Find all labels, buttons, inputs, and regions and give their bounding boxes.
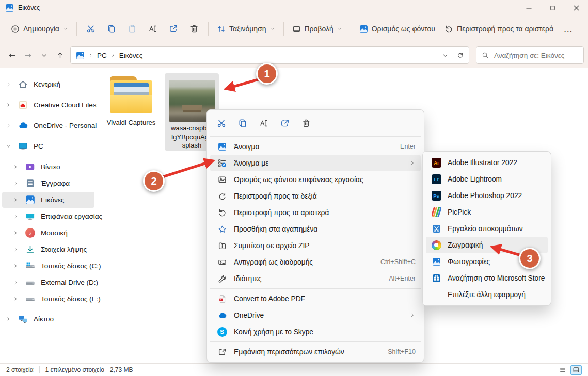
folder-vivaldi-captures[interactable]: Vivaldi Captures (105, 75, 157, 127)
delete-button[interactable] (184, 20, 204, 38)
sidebar-item-videos[interactable]: Βίντεο (2, 159, 94, 175)
ctx-delete-button[interactable] (296, 115, 316, 132)
annotation-badge-1: 1 (256, 63, 278, 85)
menu-item-rotate-left[interactable]: Περιστροφή προς τα αριστερά (210, 204, 421, 221)
ctx-copy-button[interactable] (233, 115, 252, 132)
menu-item-share-skype[interactable]: S Κοινή χρήση με το Skype (210, 323, 421, 340)
item-count: 2 στοιχεία (6, 366, 34, 373)
paste-button[interactable] (122, 20, 142, 38)
annotation-badge-3: 3 (519, 248, 541, 269)
arrow-left-icon (8, 52, 16, 59)
rename-button[interactable] (142, 20, 163, 38)
toolbar-separator (283, 22, 284, 36)
submenu-item-photoshop[interactable]: Ps Adobe Photoshop 2022 (426, 187, 548, 204)
sidebar-item-pc[interactable]: PC (2, 138, 94, 154)
breadcrumb[interactable]: PC Εικόνες (70, 46, 469, 64)
menu-item-onedrive[interactable]: OneDrive (210, 307, 421, 323)
sidebar-item-onedrive[interactable]: OneDrive - Personal (2, 118, 94, 134)
folder-name: Vivaldi Captures (105, 119, 157, 127)
submenu-item-search-store[interactable]: Αναζήτηση στο Microsoft Store (426, 270, 548, 286)
menu-item-properties[interactable]: Ιδιότητες Alt+Enter (210, 270, 421, 287)
forward-button[interactable] (20, 47, 36, 63)
sidebar-item-music[interactable]: ♪ Μουσική (2, 225, 94, 241)
chevron-right-icon (13, 164, 19, 170)
submenu-item-snipping-tool[interactable]: Εργαλείο αποκομμάτων (426, 220, 548, 237)
menu-item-add-to-favorites[interactable]: Προσθήκη στα αγαπημένα (210, 221, 421, 237)
sort-button[interactable]: Ταξινόμηση (212, 21, 280, 37)
back-button[interactable] (4, 47, 20, 63)
sidebar-item-external-drive-d[interactable]: External Drive (D:) (2, 274, 94, 290)
search-input[interactable] (493, 51, 578, 60)
rotate-left-button[interactable]: Περιστροφή προς τα αριστερά (440, 21, 558, 37)
toolbar-separator (351, 22, 351, 36)
recent-locations-button[interactable] (36, 47, 52, 63)
sidebar-item-local-disk-c[interactable]: Τοπικός δίσκος (C:) (2, 258, 94, 274)
photoshop-icon: Ps (431, 190, 441, 201)
menu-item-convert-to-pdf[interactable]: Convert to Adobe PDF (210, 290, 421, 307)
sidebar-item-home[interactable]: Κεντρική (2, 76, 94, 92)
menu-item-open-with[interactable]: Άνοιγμα με (210, 155, 421, 171)
photos-app-icon (431, 256, 441, 267)
copy-icon (107, 24, 116, 34)
onedrive-icon (217, 310, 227, 320)
more-options-button[interactable]: … (558, 24, 578, 35)
copy-button[interactable] (101, 20, 122, 38)
more-options-icon (217, 347, 227, 357)
chevron-right-icon (13, 230, 19, 236)
breadcrumb-item-current[interactable]: Εικόνες (119, 52, 142, 59)
home-icon (18, 79, 28, 89)
new-button[interactable]: Δημιουργία (6, 21, 73, 37)
minimize-button[interactable] (517, 0, 541, 15)
disk-icon (25, 277, 35, 287)
menu-item-compress-zip[interactable]: Συμπίεση σε αρχείο ZIP (210, 237, 421, 254)
maximize-button[interactable] (541, 0, 564, 15)
cut-button[interactable] (81, 20, 101, 38)
file-explorer-window: Εικόνες Δημιουργία Ταξινόμηση Προβολ (0, 0, 588, 376)
chevron-right-icon (13, 197, 19, 203)
menu-item-copy-as-path[interactable]: Αντιγραφή ως διαδρομής Ctrl+Shift+C (210, 254, 421, 270)
icons-view-toggle[interactable] (570, 365, 582, 375)
chevron-down-icon (40, 52, 48, 59)
chevron-right-icon (409, 160, 416, 166)
sidebar-item-pictures[interactable]: Εικόνες (2, 192, 94, 208)
sidebar-item-documents[interactable]: Έγγραφα (2, 175, 94, 191)
desktop-icon (25, 211, 35, 221)
refresh-icon[interactable] (457, 52, 464, 59)
chevron-down-icon[interactable] (442, 52, 449, 59)
menu-item-open[interactable]: Άνοιγμα Enter (210, 138, 421, 155)
chevron-right-icon (6, 316, 11, 322)
status-separator (39, 366, 40, 373)
menu-item-show-more-options[interactable]: Εμφάνιση περισσότερων επιλογών Shift+F10 (210, 344, 421, 360)
up-button[interactable] (52, 47, 68, 63)
search-box[interactable] (476, 46, 584, 64)
details-view-toggle[interactable] (557, 365, 568, 375)
submenu-item-picpick[interactable]: PicPick (426, 204, 548, 220)
sidebar-item-network[interactable]: Δίκτυο (2, 311, 94, 327)
sidebar-item-local-disk-e[interactable]: Τοπικός δίσκος (E:) (2, 291, 94, 307)
search-icon (482, 52, 489, 59)
menu-item-rotate-right[interactable]: Περιστροφή προς τα δεξιά (210, 188, 421, 204)
view-button[interactable]: Προβολή (288, 21, 347, 37)
trash-icon (301, 119, 311, 128)
chevron-right-icon (6, 123, 11, 128)
ctx-cut-button[interactable] (212, 115, 231, 132)
selected-size: 2,73 MB (110, 366, 133, 373)
disk-icon (25, 294, 35, 304)
ctx-share-button[interactable] (275, 115, 295, 132)
documents-icon (25, 178, 35, 188)
selected-count: 1 επιλεγμένο στοιχείο (45, 366, 104, 373)
submenu-item-illustrator[interactable]: Ai Adobe Illustrator 2022 (426, 154, 548, 171)
set-background-button[interactable]: Ορισμός ως φόντου (355, 21, 440, 37)
sidebar-item-desktop[interactable]: Επιφάνεια εργασίας (2, 208, 94, 224)
submenu-item-choose-another-app[interactable]: Επιλέξτε άλλη εφαρμογή (426, 286, 548, 303)
open-with-submenu: Ai Adobe Illustrator 2022 Lr Adobe Light… (422, 151, 551, 306)
menu-item-set-as-background[interactable]: Ορισμός ως φόντου επιφάνειας εργασίας (210, 171, 421, 188)
submenu-item-lightroom[interactable]: Lr Adobe Lightroom (426, 171, 548, 187)
chevron-right-icon (13, 247, 19, 252)
breadcrumb-item-pc[interactable]: PC (97, 52, 107, 59)
sidebar-item-downloads[interactable]: Στοιχεία λήψης (2, 241, 94, 257)
sidebar-item-creative-cloud[interactable]: Creative Cloud Files (2, 97, 94, 113)
close-button[interactable] (564, 0, 588, 15)
ctx-rename-button[interactable] (254, 115, 274, 132)
share-button[interactable] (163, 20, 184, 38)
